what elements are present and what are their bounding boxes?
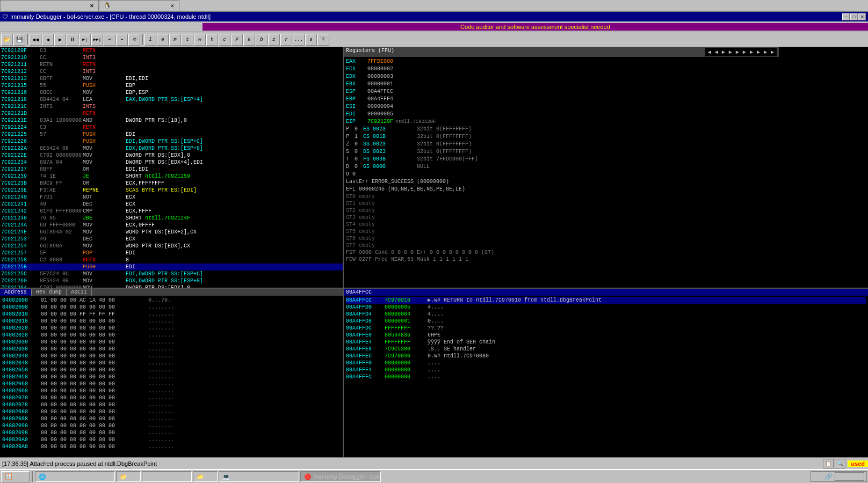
stack-row[interactable]: 00A4FFE0805948366HP€ — [346, 332, 866, 339]
menu-file[interactable]: File — [0, 23, 16, 31]
dump-row[interactable]: 0400207800 00 00 00 00 00 00 00........ — [2, 401, 341, 408]
stack-row[interactable]: 00A4FFCC7C970010▶.w# RETURN to ntdll.7C9… — [346, 297, 866, 304]
dump-tab-address[interactable]: Address — [0, 289, 32, 296]
status-icon-1[interactable]: 📋 — [823, 459, 834, 469]
reg-nav-right7[interactable]: ▶ — [762, 49, 769, 55]
taskbar-item[interactable]: 💻C:\WINDOWS\system32... — [219, 471, 299, 482]
taskbar-item[interactable]: 📁6.2 — [193, 471, 218, 482]
dump-row[interactable]: 0400204000 00 00 00 00 00 00 00........ — [2, 353, 341, 360]
dump-tab-ascii[interactable]: ASCII — [67, 289, 92, 296]
dump-row[interactable]: 0400203800 00 00 00 00 00 00 00........ — [2, 346, 341, 353]
menu-options[interactable]: Options — [111, 23, 138, 31]
tb-m[interactable]: m — [169, 34, 181, 46]
tb-z[interactable]: z — [268, 34, 280, 46]
menu-jobs[interactable]: Jobs — [184, 23, 202, 31]
disasm-row[interactable]: 7C92125349DECECX — [0, 236, 343, 243]
dump-row[interactable]: 0400206000 00 00 00 00 00 00 00........ — [2, 380, 341, 387]
disasm-row[interactable]: 7C9212188D4424 04LEAEAX,DWORD PTR SS:[ES… — [0, 96, 343, 103]
dump-row[interactable]: 0400200800 00 00 00 00 00 00 00........ — [2, 304, 341, 311]
start-button[interactable]: 🪟 开始 — [1, 471, 30, 482]
tb-k[interactable]: k — [243, 34, 255, 46]
tb-step1[interactable]: ▶| — [79, 34, 91, 46]
tb-step5[interactable]: ⟲ — [128, 34, 140, 46]
dump-row[interactable]: 040020A000 00 00 00 00 00 00 00........ — [2, 436, 341, 443]
reg-row[interactable]: ESP00A4FFCC — [346, 88, 777, 96]
disasm-row[interactable]: 7C92121555PUSHEBP — [0, 82, 343, 89]
dump-row[interactable]: 0400206800 00 00 00 00 00 00 00........ — [2, 387, 341, 394]
reg-row[interactable]: ECX00000002 — [346, 65, 777, 73]
menu-help[interactable]: Help — [165, 23, 184, 31]
disasm-row[interactable]: 7C921234897A 04MOVDWORD PTR DS:[EDX+4],E… — [0, 159, 343, 166]
disasm-row[interactable]: 7C92122557PUSHEDI — [0, 131, 343, 138]
reg-row[interactable]: EBP00A4FFF4 — [346, 96, 777, 103]
tb-w[interactable]: w — [194, 34, 206, 46]
tb-step4[interactable]: ↪ — [116, 34, 128, 46]
dump-row[interactable]: 0400209000 00 00 00 00 00 00 00........ — [2, 422, 341, 429]
reg-nav-right2[interactable]: ▶ — [727, 49, 734, 55]
tb-play[interactable]: ▶ — [54, 34, 66, 46]
tb-s[interactable]: s — [305, 34, 317, 46]
reg-nav-right8[interactable]: ▶ — [769, 49, 776, 55]
taskbar-item[interactable]: 📁6.2 — [116, 471, 141, 482]
stack-row[interactable]: 00A4FFEC7C9700300.w# ntdll.7C970080 — [346, 353, 866, 360]
disasm-row[interactable]: 7C92124149DECECX — [0, 201, 343, 208]
tb-b[interactable]: b — [256, 34, 267, 46]
reg-row[interactable]: ESI00000004 — [346, 103, 777, 111]
tb-h[interactable]: h — [206, 34, 218, 46]
disasm-row[interactable]: 7C921264C702 00000000MOVDWORD PTR DS:[ED… — [0, 284, 343, 288]
tray-icon-lang[interactable]: EN — [813, 473, 822, 480]
tb-l[interactable]: l — [144, 34, 156, 46]
disasm-row[interactable]: 7C9212168BECMOVEBP,ESP — [0, 89, 343, 96]
stack-row[interactable]: 00A4FFE4FFFFFFFFÿÿÿÿ End of SEH chain — [346, 339, 866, 346]
stack-row[interactable]: 00A4FFFC00000000.... — [346, 374, 866, 380]
disasm-row[interactable]: 7C92124281F9 FFFF0000CMPECX,FFFF — [0, 208, 343, 215]
disasm-row[interactable]: 7C921258C2 0000RETN8 — [0, 257, 343, 264]
disasm-scroll[interactable]: 7C92120FC3RETN7C921210CCINT37C921211RETN… — [0, 47, 343, 288]
reg-row[interactable]: EDX00000003 — [346, 73, 777, 80]
disasm-row[interactable]: 7C92124876 05JBESHORT ntdll.7C92124F — [0, 215, 343, 222]
reg-nav-right4[interactable]: ▶ — [741, 49, 748, 55]
disasm-row[interactable]: 7C921210CCINT3 — [0, 54, 343, 61]
dump-row[interactable]: 0400203000 00 00 00 00 00 00 00........ — [2, 339, 341, 346]
taskbar-item[interactable]: 🔴Immunity Debugger - bof-... — [300, 471, 381, 482]
disasm-row[interactable]: 7C92122EC702 00000000MOVDWORD PTR DS:[ED… — [0, 152, 343, 159]
disasm-row[interactable]: 7C92121DRETN — [0, 110, 343, 117]
reg-eip[interactable]: EIP7C92120Fntdll.7C92120F — [346, 118, 777, 126]
reg-nav-left2[interactable]: ◀ — [713, 49, 720, 55]
reg-nav-right5[interactable]: ▶ — [748, 49, 755, 55]
taskbar-item[interactable]: 🖥本地磁盘 (E:) — [142, 471, 192, 482]
disasm-row[interactable]: 7C921224C3RETN — [0, 124, 343, 131]
tb-dots[interactable]: ... — [293, 34, 305, 46]
menu-view[interactable]: View — [16, 23, 35, 31]
tab-winxp-close[interactable]: ✕ — [90, 3, 94, 9]
disasm-row[interactable]: 7C92125C5F7C24 0CMOVEDI,DWORD PTR SS:[ES… — [0, 270, 343, 277]
dump-row[interactable]: 0400202800 00 00 00 00 00 00 00........ — [2, 332, 341, 339]
disasm-row[interactable]: 7C9212378BFFOREDI,EDI — [0, 166, 343, 173]
tab-debian[interactable]: 🐧 Debian 7.x 64 位 (2) ✕ — [99, 0, 179, 11]
tb-step2[interactable]: ▶▶| — [91, 34, 103, 46]
inner-close-btn[interactable]: ✕ — [858, 13, 866, 20]
disasm-row[interactable]: 7C9212608E5424 08MOVEDX,DWORD PTR SS:[ES… — [0, 277, 343, 284]
tb-save[interactable]: 💾 — [13, 34, 25, 46]
reg-nav-right6[interactable]: ▶ — [755, 49, 762, 55]
dump-row[interactable]: 040020A800 00 00 00 00 00 00 00........ — [2, 443, 341, 450]
registers-content[interactable]: EAX7FFDE000ECX00000002EDX00000003EBX0000… — [344, 57, 779, 288]
reg-row[interactable]: EAX7FFDE000 — [346, 58, 777, 65]
disasm-row[interactable]: 7C92121CINTSINTS — [0, 103, 343, 110]
dump-row[interactable]: 0400208800 00 00 00 00 00 00 00........ — [2, 415, 341, 422]
dump-row[interactable]: 0400204800 00 00 00 00 00 00 00........ — [2, 360, 341, 367]
tb-open[interactable]: 📂 — [1, 34, 13, 46]
stack-row[interactable]: 00A4FFDCFFFFFFFF?? ?? — [346, 325, 866, 332]
tb-c[interactable]: c — [219, 34, 230, 46]
disasm-row[interactable]: 7C92123EF3:AEREPNESCAS BYTE PTR ES:[EDI] — [0, 187, 343, 194]
dump-row[interactable]: 0400205800 00 00 00 00 00 00 00........ — [2, 374, 341, 380]
dump-row[interactable]: 0400209800 00 00 00 00 00 00 00........ — [2, 429, 341, 436]
taskbar-item[interactable]: 🌐百度一下，你就知道 - ... — [35, 471, 115, 482]
disasm-row[interactable]: 7C921240F7D1NOTECX — [0, 194, 343, 201]
disasm-row[interactable]: 7C921212CCINT3 — [0, 68, 343, 75]
disasm-row[interactable]: 7C92125BPUSHEDI — [0, 264, 343, 270]
dump-content[interactable]: 0400200001 00 00 00 AC 1A 40 000...70.04… — [0, 296, 343, 457]
disasm-row[interactable]: 7C92122A8E5424 08MOVEDX,DWORD PTR SS:[ES… — [0, 145, 343, 152]
stack-row[interactable]: 00A4FFE87C9C5300.S.. SE handler — [346, 346, 866, 353]
stack-row[interactable]: 00A4FFD0000000054.... — [346, 304, 866, 311]
